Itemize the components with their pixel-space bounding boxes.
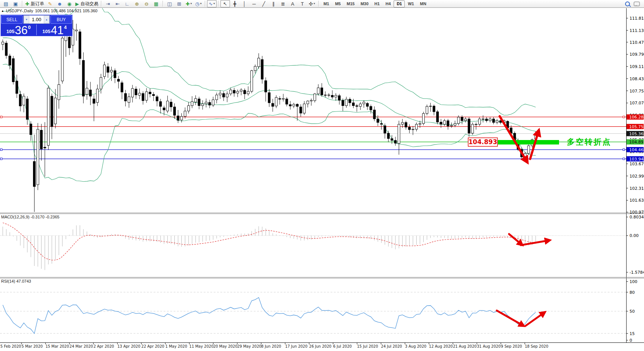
search-icon[interactable] <box>625 1 630 6</box>
zoom-out-icon[interactable]: ⊖ <box>142 0 151 7</box>
price-scale[interactable] <box>627 8 644 342</box>
rsi-arrow <box>497 311 523 326</box>
horizontal-line-icon-glyph: ─ <box>252 1 256 6</box>
toolbar-separator <box>205 1 206 7</box>
trend-arrow <box>500 116 527 162</box>
panel-separators[interactable] <box>0 213 644 343</box>
zoom-out-icon-glyph: ⊖ <box>144 1 148 6</box>
lot-decrease-button[interactable]: ▼ <box>24 16 29 23</box>
indicators-icon[interactable]: ◫ <box>165 0 174 7</box>
symbol-period-label: USDJPY-,Daily <box>6 9 33 13</box>
toolbar-separator <box>218 1 219 7</box>
chat-icon[interactable] <box>634 1 640 6</box>
channel-icon[interactable]: ∥ <box>269 0 278 7</box>
arrows-icon-glyph: ✣ <box>309 1 313 6</box>
data-window-icon[interactable]: ▣ <box>11 0 20 7</box>
chart-canvas[interactable]: 111.810111.130110.470109.790109.110108.4… <box>0 0 644 351</box>
timeframe-m5[interactable]: M5 <box>332 0 344 7</box>
autotrading-button-label: 自动交易 <box>80 1 98 6</box>
timeframe-h1[interactable]: H1 <box>371 0 382 7</box>
price-scale-icon[interactable]: ∟ <box>122 0 132 7</box>
autotrading-button[interactable]: ▶自动交易 <box>74 0 99 7</box>
period-icon[interactable]: ◷▾ <box>194 0 203 7</box>
add-indicator-icon-glyph: ✚ <box>185 1 190 6</box>
indicators-icon-glyph: ◫ <box>167 1 172 6</box>
lot-size-stepper[interactable]: ▼ 1.00 ▲ <box>23 15 50 24</box>
chart-type-icon[interactable]: ∿▾ <box>207 0 217 7</box>
ohlc-values: 105.061 105.486 104.921 105.360 <box>35 9 97 13</box>
data-window-icon-glyph: ▣ <box>13 1 18 6</box>
vertical-line-icon[interactable]: │ <box>240 0 249 7</box>
crosshair-icon[interactable]: ╋ <box>230 0 240 7</box>
period-icon-dropdown[interactable]: ▾ <box>200 2 202 5</box>
direction-icon: ▲ <box>1 9 4 13</box>
lot-size-input[interactable]: 1.00 <box>29 16 44 23</box>
crosshair-icon-glyph: ╋ <box>233 1 236 6</box>
support-bar <box>498 140 559 144</box>
toolbar-separator <box>318 1 319 7</box>
candles <box>2 20 537 212</box>
timeframe-d1[interactable]: D1 <box>394 0 405 7</box>
toolbar: ▤▣✚新订单✎☻◉▶自动交易⇥⇤∟⊕⊖▦◫⊞✚▾◷▾∿▾↖╋│─╱∥≣AT✣▾ … <box>0 0 644 8</box>
toolbar-separator <box>162 1 163 7</box>
timeframe-m30[interactable]: M30 <box>358 0 371 7</box>
new-order-button-glyph: ✚ <box>25 1 29 6</box>
cursor-icon-glyph: ↖ <box>223 1 227 6</box>
sell-price[interactable]: 105 36 0 <box>1 24 36 36</box>
text-icon[interactable]: A <box>288 0 298 7</box>
horizontal-line-icon[interactable]: ─ <box>249 0 259 7</box>
text-icon-glyph: A <box>291 1 295 6</box>
chart-annotations[interactable]: 104.893多空转折点 <box>468 116 611 326</box>
trendline-icon-glyph: ╱ <box>262 1 265 6</box>
zoom-in-icon[interactable]: ⊕ <box>132 0 142 7</box>
zoom-in-icon-glyph: ⊕ <box>135 1 139 6</box>
timeframe-m1[interactable]: M1 <box>321 0 332 7</box>
buy-button[interactable]: BUY <box>50 15 72 24</box>
annotation-note-text: 多空转折点 <box>567 137 611 146</box>
tile-windows-icon[interactable]: ▦ <box>151 0 161 7</box>
timeframe-m15[interactable]: M15 <box>344 0 357 7</box>
highlighter-icon[interactable]: ✎ <box>45 0 55 7</box>
toolbar-separator <box>22 1 23 7</box>
lot-increase-button[interactable]: ▲ <box>44 16 49 23</box>
autoscroll-icon-glyph: ⇥ <box>106 1 110 6</box>
add-indicator-icon[interactable]: ✚▾ <box>184 0 194 7</box>
one-click-trading-panel: SELL ▼ 1.00 ▲ BUY 105 36 0 105 41 4 <box>0 14 73 36</box>
fibonacci-icon-glyph: ≣ <box>281 1 285 6</box>
new-order-button-label: 新订单 <box>31 1 44 6</box>
arrows-icon-dropdown[interactable]: ▾ <box>313 2 315 5</box>
cursor-icon[interactable]: ↖ <box>220 0 230 7</box>
signals-icon[interactable]: ◉ <box>65 0 74 7</box>
sell-button[interactable]: SELL <box>1 15 23 24</box>
vertical-line-icon-glyph: │ <box>243 1 246 6</box>
channel-icon-glyph: ∥ <box>272 1 275 6</box>
price-callout-text: 104.893 <box>469 138 497 146</box>
profile-icon-glyph: ☻ <box>57 1 62 6</box>
text-label-icon[interactable]: T <box>298 0 307 7</box>
profile-icon[interactable]: ☻ <box>55 0 65 7</box>
timeframe-mn[interactable]: MN <box>417 0 429 7</box>
add-indicator-icon-dropdown[interactable]: ▾ <box>190 2 192 5</box>
arrows-icon[interactable]: ✣▾ <box>307 0 317 7</box>
timeframe-bar: M1M5M15M30H1H4D1W1MN <box>321 0 429 7</box>
chart-type-icon-glyph: ∿ <box>208 1 213 6</box>
macd-label: MACD(12,26,9) -0.3170 -0.2365 <box>1 215 59 219</box>
rsi-panel <box>0 292 626 334</box>
new-order-button[interactable]: ✚新订单 <box>24 0 45 7</box>
timeframe-h4[interactable]: H4 <box>382 0 394 7</box>
autoscroll-icon[interactable]: ⇥ <box>103 0 113 7</box>
fibonacci-icon[interactable]: ≣ <box>278 0 288 7</box>
chart-type-icon-dropdown[interactable]: ▾ <box>213 2 215 5</box>
trendline-icon[interactable]: ╱ <box>259 0 269 7</box>
signals-icon-glyph: ◉ <box>67 1 71 6</box>
date-scale[interactable] <box>0 343 626 351</box>
highlighter-icon-glyph: ✎ <box>48 1 52 6</box>
chart-profiles-icon-glyph: ▤ <box>4 1 8 6</box>
buy-price[interactable]: 105 41 4 <box>37 24 72 36</box>
rsi-label: RSI(14) 47.0743 <box>1 279 31 283</box>
indicator-windows-icon[interactable]: ⊞ <box>174 0 184 7</box>
timeframe-w1[interactable]: W1 <box>405 0 417 7</box>
chart-profiles-icon[interactable]: ▤ <box>1 0 11 7</box>
chart-shift-icon[interactable]: ⇤ <box>113 0 122 7</box>
indicator-windows-icon-glyph: ⊞ <box>177 1 181 6</box>
